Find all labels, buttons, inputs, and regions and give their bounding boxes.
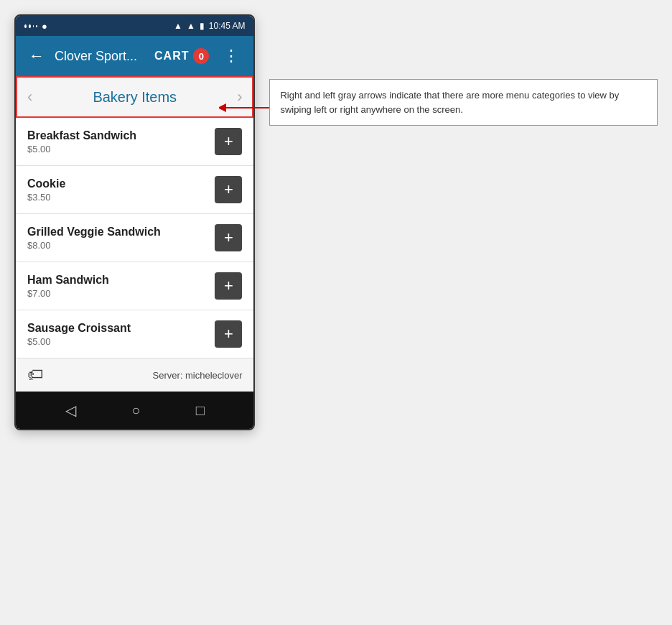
item-name: Cookie <box>27 177 65 190</box>
recents-nav-icon[interactable]: □ <box>196 402 205 419</box>
item-name: Grilled Veggie Sandwich <box>27 226 161 239</box>
home-nav-icon[interactable]: ○ <box>131 402 140 419</box>
apps-icon <box>24 22 37 29</box>
item-price: $3.50 <box>27 192 65 203</box>
wifi-signal-icon: ● <box>42 21 47 32</box>
status-icons-left: ● <box>24 21 47 32</box>
list-item: Breakfast Sandwich $5.00 + <box>16 118 253 166</box>
back-nav-icon[interactable]: ◁ <box>65 402 76 419</box>
item-price: $7.00 <box>27 288 109 299</box>
status-icons-right: ▲ ▲ ▮ 10:45 AM <box>174 21 245 31</box>
item-price: $8.00 <box>27 240 161 251</box>
bottom-bar: 🏷 Server: micheleclover <box>16 358 253 392</box>
list-item: Grilled Veggie Sandwich $8.00 + <box>16 214 253 262</box>
annotation-box: Right and left gray arrows indicate that… <box>269 79 658 126</box>
category-nav: ‹ Bakery Items › <box>16 76 253 118</box>
add-item-button[interactable]: + <box>215 320 242 348</box>
system-nav-bar: ◁ ○ □ <box>16 392 253 429</box>
more-menu-button[interactable]: ⋮ <box>219 44 245 68</box>
annotation-arrow-line <box>219 101 276 115</box>
battery-icon: ▮ <box>200 21 205 31</box>
cart-badge: 0 <box>193 48 209 64</box>
annotation-container: Right and left gray arrows indicate that… <box>269 79 658 126</box>
add-item-button[interactable]: + <box>215 272 242 300</box>
list-item: Cookie $3.50 + <box>16 166 253 214</box>
item-info: Breakfast Sandwich $5.00 <box>27 129 136 154</box>
item-name: Ham Sandwich <box>27 274 109 287</box>
item-price: $5.00 <box>27 336 131 347</box>
signal-icon: ▲ <box>174 21 182 31</box>
item-name: Sausage Croissant <box>27 322 131 335</box>
item-info: Sausage Croissant $5.00 <box>27 322 131 347</box>
category-title: Bakery Items <box>93 89 177 106</box>
back-button[interactable]: ← <box>24 45 49 67</box>
add-item-button[interactable]: + <box>215 128 242 155</box>
list-item: Sausage Croissant $5.00 + <box>16 310 253 358</box>
time-display: 10:45 AM <box>209 21 246 31</box>
item-price: $5.00 <box>27 144 136 154</box>
app-title: Clover Sport... <box>55 49 144 64</box>
menu-list: Breakfast Sandwich $5.00 + Cookie $3.50 … <box>16 118 253 358</box>
cart-button[interactable]: CART 0 <box>150 45 213 67</box>
prev-category-arrow[interactable]: ‹ <box>27 88 32 106</box>
item-info: Ham Sandwich $7.00 <box>27 274 109 299</box>
item-name: Breakfast Sandwich <box>27 129 136 142</box>
item-info: Grilled Veggie Sandwich $8.00 <box>27 226 161 251</box>
add-item-button[interactable]: + <box>215 176 242 203</box>
item-info: Cookie $3.50 <box>27 177 65 203</box>
server-label: Server: micheleclover <box>152 370 242 381</box>
tag-icon: 🏷 <box>27 366 43 384</box>
app-header: ← Clover Sport... CART 0 ⋮ <box>16 36 253 76</box>
cart-label: CART <box>154 50 189 62</box>
signal-bars-icon: ▲ <box>187 21 195 31</box>
add-item-button[interactable]: + <box>215 224 242 251</box>
list-item: Ham Sandwich $7.00 + <box>16 262 253 310</box>
status-bar: ● ▲ ▲ ▮ 10:45 AM <box>16 16 253 36</box>
annotation-text: Right and left gray arrows indicate that… <box>280 90 619 115</box>
phone-frame: ● ▲ ▲ ▮ 10:45 AM ← Clover Sport... CART … <box>14 14 255 430</box>
